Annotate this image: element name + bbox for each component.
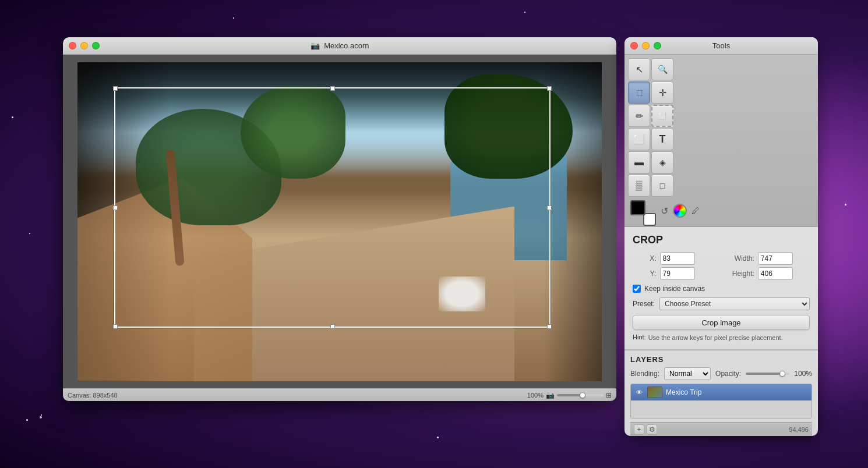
foreground-color[interactable] (630, 200, 645, 215)
cursor-tool[interactable]: ↖ (628, 58, 650, 80)
tool-row-2: ⬚ ✛ (628, 81, 814, 104)
brush-tool[interactable]: ✏ (628, 105, 650, 127)
fit-icon[interactable]: ⊞ (606, 391, 612, 399)
marquee-tool[interactable]: ⬜ (651, 105, 673, 127)
layer-visibility-icon[interactable]: 👁 (634, 388, 644, 397)
tool-row-3: ✏ ⬜ (628, 105, 814, 127)
crop-tool[interactable]: ⬚ (628, 81, 650, 104)
tool-row-1: ↖ 🔍 (628, 58, 814, 80)
layer-name: Mexico Trip (666, 388, 808, 396)
eraser-tool[interactable]: ⬜ (628, 128, 650, 150)
tool-buttons-area: ↖ 🔍 ⬚ ✛ ✏ ⬜ ⬜ T ▬ ◈ ▒ □ (624, 55, 818, 226)
main-window: 📷 Mexico.acorn (63, 37, 616, 401)
minimize-button[interactable] (80, 42, 88, 49)
opacity-value: 100% (794, 370, 812, 378)
window-controls (69, 42, 100, 49)
preset-label: Preset: (633, 300, 655, 308)
tools-maximize-button[interactable] (654, 42, 661, 49)
tools-close-button[interactable] (630, 42, 638, 49)
maximize-button[interactable] (92, 42, 100, 49)
color-swatches[interactable] (630, 200, 651, 221)
opacity-thumb (779, 371, 785, 377)
hint-text: Use the arrow keys for pixel precise pla… (648, 334, 783, 342)
text-tool[interactable]: T (651, 128, 673, 150)
window-title: 📷 Mexico.acorn (310, 41, 369, 50)
width-label: Width: (715, 254, 754, 263)
eyedropper-icon[interactable]: 🖊 (691, 206, 700, 215)
crop-handle-tr[interactable] (547, 86, 552, 91)
layers-title: LAYERS (630, 355, 812, 364)
opacity-slider[interactable] (746, 373, 789, 375)
crop-handle-tc[interactable] (330, 86, 335, 91)
y-label: Y: (633, 270, 657, 278)
fill-tool[interactable]: ◈ (651, 151, 673, 173)
width-input[interactable] (758, 252, 793, 265)
opacity-label: Opacity: (715, 370, 741, 378)
zoom-icon-camera: 📷 (546, 391, 555, 399)
crop-image-button[interactable]: Crop image (633, 315, 810, 330)
crop-settings-panel: CROP X: Width: Y: Height: Keep inside ca… (624, 227, 818, 350)
tool-row-6: ▒ □ (628, 175, 814, 197)
hint-label: Hint: (633, 334, 646, 342)
crop-handle-ml[interactable] (113, 205, 118, 210)
keep-canvas-row: Keep inside canvas (633, 285, 810, 293)
close-button[interactable] (69, 42, 76, 49)
add-layer-button[interactable]: + (634, 424, 644, 435)
magnify-tool[interactable]: 🔍 (651, 58, 673, 80)
crop-selection[interactable] (114, 87, 551, 328)
layer-thumbnail (647, 387, 662, 398)
window-icon: 📷 (310, 41, 320, 50)
x-label: X: (633, 254, 657, 263)
height-label: Height: (715, 270, 754, 278)
layers-controls: Blending: Normal Opacity: 100% (630, 367, 812, 380)
blending-select[interactable]: Normal (664, 367, 711, 380)
tools-minimize-button[interactable] (642, 42, 650, 49)
statusbar: Canvas: 898x548 100% 📷 ⊞ (63, 388, 616, 401)
crop-fields: X: Width: Y: Height: (633, 252, 810, 280)
tools-window-controls (630, 42, 661, 49)
x-input[interactable] (660, 252, 695, 265)
preset-select[interactable]: Choose Preset (659, 297, 810, 310)
canvas-area[interactable] (63, 55, 616, 388)
layer-item-empty (631, 400, 811, 418)
keep-canvas-label: Keep inside canvas (644, 285, 705, 293)
layer-settings-button[interactable]: ⚙ (647, 424, 657, 435)
crop-handle-mr[interactable] (547, 205, 552, 210)
hint-container: Hint: Use the arrow keys for pixel preci… (633, 334, 810, 342)
rect-tool[interactable]: □ (651, 175, 673, 197)
tool-row-4: ⬜ T (628, 128, 814, 150)
crop-handle-bl[interactable] (113, 324, 118, 329)
zoom-controls: 100% 📷 ⊞ (527, 391, 612, 399)
layer-list: 👁 Mexico Trip (630, 384, 812, 419)
layers-footer: + ⚙ 94,496 (630, 422, 812, 436)
move-tool[interactable]: ✛ (651, 81, 673, 104)
zoom-slider[interactable] (557, 394, 604, 396)
zoom-thumb (580, 392, 585, 398)
coordinates-label: 94,496 (789, 426, 809, 433)
crop-panel-title: CROP (633, 234, 810, 246)
layer-item-mexico-trip[interactable]: 👁 Mexico Trip (631, 384, 811, 400)
tools-title: Tools (712, 41, 730, 50)
gradient-tool[interactable]: ▒ (628, 175, 650, 197)
tool-row-5: ▬ ◈ (628, 151, 814, 173)
tools-titlebar: Tools (624, 37, 818, 55)
height-input[interactable] (758, 267, 793, 280)
tools-body: ↖ 🔍 ⬚ ✛ ✏ ⬜ ⬜ T ▬ ◈ ▒ □ (624, 55, 818, 436)
y-input[interactable] (660, 267, 695, 280)
crop-handle-br[interactable] (547, 324, 552, 329)
shape-tool[interactable]: ▬ (628, 151, 650, 173)
tools-panel: Tools ↖ 🔍 ⬚ ✛ ✏ ⬜ ⬜ T ▬ ◈ (624, 37, 818, 436)
preset-row: Preset: Choose Preset (633, 297, 810, 310)
crop-handle-tl[interactable] (113, 86, 118, 91)
canvas-size-label: Canvas: 898x548 (68, 392, 118, 399)
color-wheel[interactable] (673, 204, 687, 218)
blending-label: Blending: (630, 370, 659, 378)
crop-handle-bc[interactable] (330, 324, 335, 329)
zoom-level: 100% (527, 392, 544, 399)
keep-canvas-checkbox[interactable] (633, 285, 641, 293)
main-window-titlebar: 📷 Mexico.acorn (63, 37, 616, 55)
background-color[interactable] (643, 213, 656, 226)
swap-colors-icon[interactable]: ↺ (661, 205, 668, 217)
layers-panel: LAYERS Blending: Normal Opacity: 100% 👁 … (624, 350, 818, 436)
